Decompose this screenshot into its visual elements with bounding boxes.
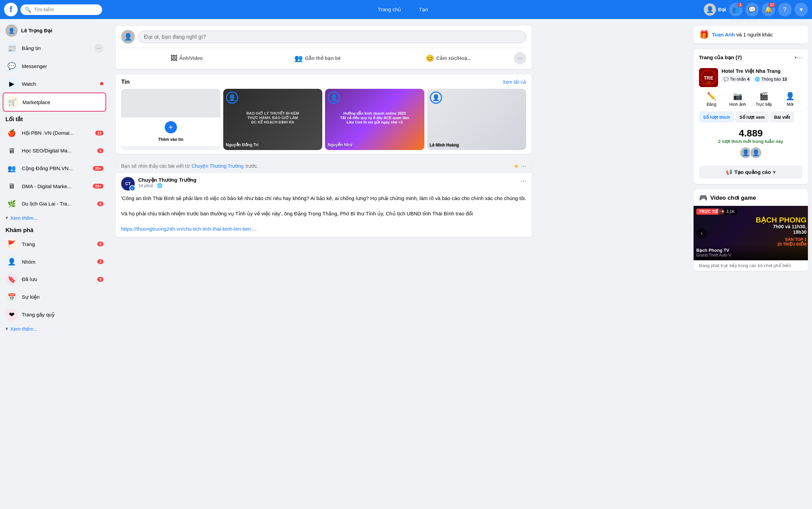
- feed-post-chuyen-thuong-truong: Bạn sẽ nhìn thấy các bài viết từ Chuyện …: [116, 160, 532, 237]
- page-photo-action[interactable]: 📷 Hình ảnh: [725, 90, 750, 109]
- nav-dropdown-button[interactable]: ▾: [794, 3, 808, 16]
- page-notification-badge[interactable]: 🌐 Thông báo 13: [753, 76, 789, 82]
- verified-page-icon: ✓: [129, 185, 135, 191]
- page-live-action[interactable]: 🎬 Trực tiếp: [751, 90, 776, 109]
- post-avatar-wrap: CT ✓: [121, 177, 135, 191]
- photo-video-button[interactable]: 🖼 Ảnh/Video: [121, 52, 252, 65]
- sidebar-item-shortcut-2[interactable]: 👥 Cộng Đồng PBN.VN... 20+: [3, 160, 106, 177]
- post-text-1: 'Công an tỉnh Thái Bình sẽ phải làm rõ v…: [121, 195, 526, 202]
- story-1-name: Nguyễn Đồng Trí: [226, 143, 320, 147]
- live-action-label: Trực tiếp: [756, 102, 772, 107]
- video-thumbnail[interactable]: TRỰC TIẾP 👁 3,1K ‹ › BẠCH PHONG 7h00 và …: [694, 206, 808, 260]
- notifications-button[interactable]: 🔔 17: [762, 3, 775, 16]
- views-tab[interactable]: Số lượt xem: [735, 112, 769, 122]
- notification-more-icon[interactable]: ···: [521, 163, 526, 170]
- friends-button[interactable]: 👥 2: [729, 3, 743, 16]
- message-icon: 💬: [724, 77, 729, 82]
- notifications-badge: 17: [768, 2, 776, 8]
- create-ad-button[interactable]: 📢 Tạo quảng cáo ▾: [699, 166, 802, 179]
- add-story-plus-icon: +: [164, 120, 178, 134]
- sidebar-item-shortcut-4[interactable]: 🌿 Du lịch Gia Lai - Tra... 9: [3, 195, 106, 213]
- likes-avatars: 👤 👤: [699, 144, 802, 162]
- post-more-button[interactable]: ···: [520, 177, 526, 185]
- sidebar-item-messenger[interactable]: 💬 Messenger: [3, 57, 106, 75]
- sidebar-item-shortcut-3[interactable]: 🖥 DMA - Digital Marke... 20+: [3, 177, 106, 195]
- video-footer: Đang phát trực tiếp trong các trò chơi p…: [694, 260, 808, 271]
- sidebar-item-shortcut-0[interactable]: 🍎 Hội PBN .VN (Domai... 13: [3, 124, 106, 142]
- post-time: 14 phút · 🌐: [138, 183, 517, 188]
- page-name-hotel[interactable]: Hotel Tre Việt Nha Trang: [721, 68, 802, 74]
- likes-tab[interactable]: Số lượt thích: [699, 112, 734, 122]
- story-item-1[interactable]: 👤 BAO GIỜ LÝ THUYẾT ĐI KÈMTHỰC HÀNH, BAO…: [223, 89, 323, 150]
- notification-user-text: Tuan Anh và 1 người khác: [712, 32, 773, 38]
- explore-see-more[interactable]: ▾ Xem thêm...: [3, 324, 106, 334]
- sidebar-item-shortcut-1[interactable]: 🖥 Học SEO/Digital Ma... 5: [3, 142, 106, 160]
- shortcut-4-icon: 🌿: [5, 198, 18, 210]
- shortcut-3-badge: 20+: [93, 184, 103, 188]
- post-action-more-button[interactable]: ···: [514, 52, 526, 64]
- nav-right-actions: 👤 Đại 👥 2 💬 🔔 17 ? ▾: [704, 3, 808, 16]
- invite-icon: 👤: [785, 92, 795, 101]
- home-link[interactable]: Trang chủ: [370, 4, 409, 15]
- sidebar-item-news-feed[interactable]: 📰 Bảng tin ···: [3, 39, 106, 57]
- sidebar-item-fundraiser[interactable]: ❤ Trang gây quỹ: [3, 306, 106, 324]
- sidebar-item-marketplace[interactable]: 🛒 Marketplace: [3, 93, 106, 112]
- post-meta: Chuyện Thương Trường 14 phút · 🌐: [138, 177, 517, 188]
- notification-text: Bạn sẽ nhìn thấy các bài viết từ: [121, 163, 190, 169]
- shortcut-2-badge: 20+: [93, 166, 103, 171]
- sidebar-item-saved[interactable]: 🔖 Đã lưu 9: [3, 270, 106, 288]
- post-link[interactable]: https://thuongtruong24h.vn/chu-tich-tinh…: [121, 226, 257, 232]
- pages-section-title[interactable]: Trang của bạn (7) ▾: [699, 54, 797, 61]
- notification-page-link[interactable]: Chuyện Thương Trường: [192, 163, 244, 169]
- game-name: Grand Theft Auto V: [696, 253, 805, 258]
- tag-friends-label: Gắn thẻ bạn bè: [305, 55, 341, 61]
- messenger-button[interactable]: 💬: [745, 3, 759, 16]
- page-message-badge[interactable]: 💬 Tin nhắn 4: [721, 76, 751, 82]
- main-layout: 👤 Lê Trọng Đại 📰 Bảng tin ··· 💬 Messenge…: [0, 19, 812, 509]
- top-navigation: f 🔍 Trang chủ Tạo 👤 Đại 👥 2 💬 🔔 17 ? ▾: [0, 0, 812, 19]
- saved-badge: 9: [97, 277, 103, 282]
- friends-badge: 2: [737, 2, 743, 8]
- video-prev-button[interactable]: ‹: [696, 228, 707, 239]
- posts-tab[interactable]: Bài viết: [770, 112, 794, 122]
- feeling-button[interactable]: 😊 Cảm xúc/Hoạ...: [383, 51, 514, 65]
- nav-user-profile[interactable]: 👤 Đại: [704, 3, 726, 16]
- story-3-name: Lê Minh Hoàng: [430, 143, 524, 147]
- post-box-top: 👤 Đại ơi, bạn đang nghĩ gì?: [121, 30, 526, 44]
- message-label: Tin nhắn: [730, 77, 746, 82]
- svg-text:TRE: TRE: [704, 75, 713, 81]
- sidebar-item-pages[interactable]: 🚩 Trang 9: [3, 235, 106, 253]
- like-avatar-2: 👤: [750, 147, 762, 159]
- video-schedule-1: 7h00 và 11h30,: [756, 224, 807, 229]
- sidebar-item-groups[interactable]: 👤 Nhóm 2: [3, 253, 106, 270]
- sidebar-item-watch[interactable]: ▶ Watch: [3, 75, 106, 93]
- story-item-3[interactable]: 👤 Lê Minh Hoàng: [427, 89, 526, 150]
- help-button[interactable]: ?: [778, 3, 792, 16]
- page-post-action[interactable]: ✏️ Đăng: [699, 90, 724, 109]
- likes-count: 4.889: [699, 128, 802, 139]
- add-story-item[interactable]: + Thêm vào tin: [121, 89, 221, 150]
- page-invite-action[interactable]: 👤 Mời: [778, 90, 802, 109]
- story-item-2[interactable]: 👤 Hướng dẫn kinh doanh online 2020Tất cả…: [325, 89, 424, 150]
- stories-section: Tin Xem tất cả + Thêm vào tin 👤 BAO GIỜ …: [116, 75, 532, 154]
- facebook-logo[interactable]: f: [4, 3, 18, 16]
- tag-friends-button[interactable]: 👥 Gắn thẻ bạn bè: [252, 51, 383, 65]
- prize-label-1: SÀN TOP 1: [777, 237, 807, 242]
- post-page-name[interactable]: Chuyện Thương Trường: [138, 177, 517, 183]
- sidebar-user-profile[interactable]: 👤 Lê Trọng Đại: [3, 22, 106, 39]
- news-feed-more-btn[interactable]: ···: [94, 44, 103, 53]
- notification-user-name[interactable]: Tuan Anh: [712, 32, 735, 37]
- shortcut-4-label: Du lịch Gia Lai - Tra...: [22, 201, 93, 207]
- stories-see-all-link[interactable]: Xem tất cả: [503, 79, 526, 85]
- shortcuts-see-more[interactable]: ▾ Xem thêm...: [3, 213, 106, 223]
- pages-label: Trang: [22, 241, 93, 247]
- search-bar[interactable]: 🔍: [20, 4, 102, 15]
- sidebar-item-events[interactable]: 📅 Sự kiện: [3, 288, 106, 306]
- create-link[interactable]: Tạo: [411, 4, 436, 15]
- pages-icon: 🚩: [5, 238, 18, 250]
- search-input[interactable]: [34, 7, 98, 12]
- pages-more-button[interactable]: ···: [797, 53, 802, 61]
- post-time-text: 14 phút: [138, 183, 153, 188]
- post-input-placeholder[interactable]: Đại ơi, bạn đang nghĩ gì?: [138, 31, 526, 43]
- live-icon: 🎬: [759, 92, 768, 101]
